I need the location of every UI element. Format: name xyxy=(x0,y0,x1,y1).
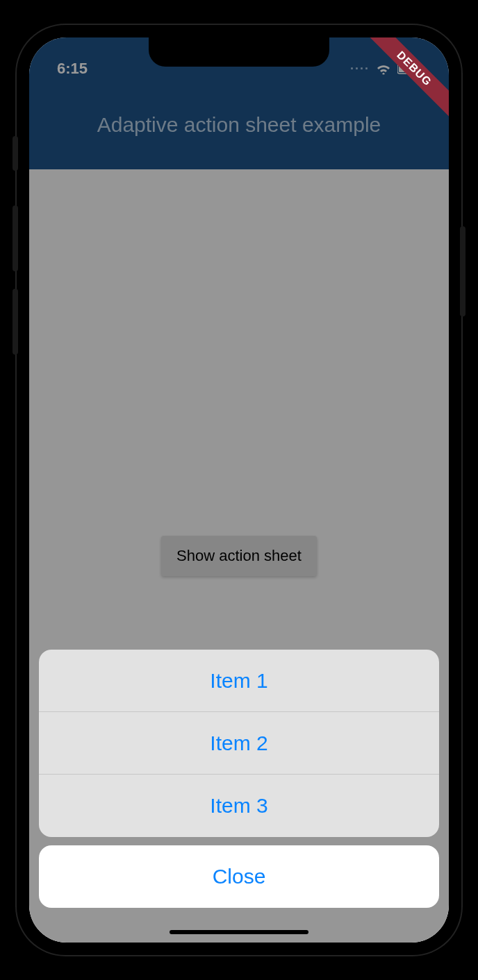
action-sheet: Item 1 Item 2 Item 3 Close xyxy=(39,650,439,908)
side-button xyxy=(13,205,18,271)
notch xyxy=(149,37,329,67)
action-sheet-group: Item 1 Item 2 Item 3 xyxy=(39,650,439,837)
action-sheet-item[interactable]: Item 3 xyxy=(39,775,439,837)
action-sheet-item[interactable]: Item 2 xyxy=(39,712,439,775)
side-button xyxy=(460,226,465,316)
side-button xyxy=(13,289,18,355)
home-indicator[interactable] xyxy=(170,930,308,934)
side-button xyxy=(13,136,18,171)
phone-frame: 6:15 ···· Adaptive action sheet example … xyxy=(17,25,461,955)
action-sheet-item[interactable]: Item 1 xyxy=(39,650,439,712)
close-button[interactable]: Close xyxy=(39,845,439,908)
screen: 6:15 ···· Adaptive action sheet example … xyxy=(29,37,449,943)
